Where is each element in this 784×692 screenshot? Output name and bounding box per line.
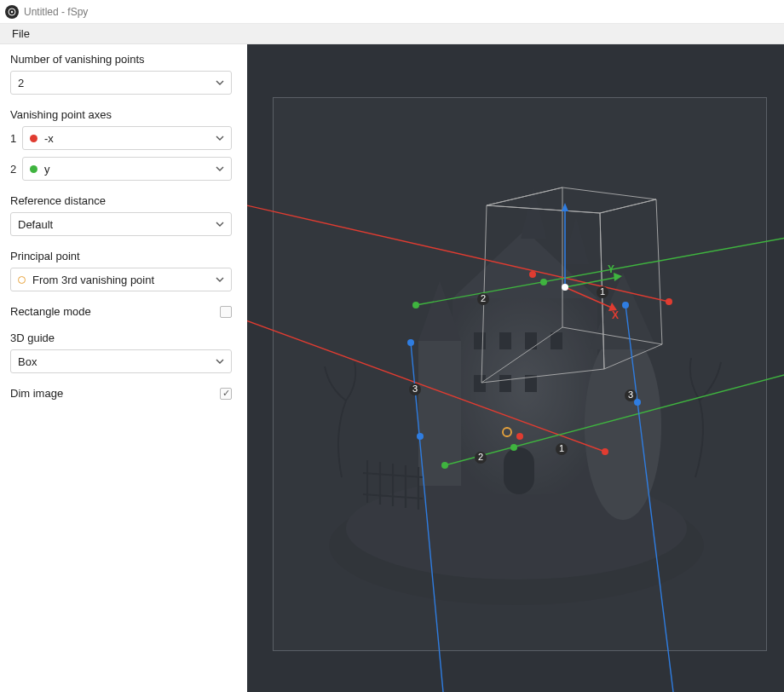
rect-mode-label: Rectangle mode: [10, 305, 91, 318]
title-bar: Untitled - fSpy: [0, 0, 784, 24]
guide3d-value: Box: [18, 355, 216, 368]
dim-overlay: [274, 98, 766, 650]
svg-point-1: [11, 10, 13, 12]
num-vp-label: Number of vanishing points: [10, 53, 237, 66]
num-vp-select[interactable]: 2: [10, 71, 232, 95]
axis-2-index: 2: [10, 163, 22, 176]
app-icon: [5, 5, 19, 19]
dot-green-icon: [30, 165, 37, 173]
axis-1-select[interactable]: -x: [22, 126, 232, 150]
ref-dist-select[interactable]: Default: [10, 212, 232, 236]
dim-image-label: Dim image: [10, 387, 63, 400]
num-vp-value: 2: [18, 77, 216, 89]
axis-2-select[interactable]: y: [22, 157, 232, 181]
viewport[interactable]: Y X: [247, 44, 784, 692]
chevron-down-icon: [216, 274, 224, 286]
menu-file[interactable]: File: [5, 26, 37, 42]
rect-mode-checkbox[interactable]: [220, 306, 232, 318]
principal-value: From 3rd vanishing point: [32, 274, 216, 286]
chevron-down-icon: [216, 163, 224, 176]
chevron-down-icon: [216, 218, 224, 231]
principal-select[interactable]: From 3rd vanishing point: [10, 268, 232, 291]
ref-dist-label: Reference distance: [10, 194, 237, 207]
guide3d-select[interactable]: Box: [10, 349, 232, 373]
menu-bar: File: [0, 24, 784, 44]
principal-label: Principal point: [10, 250, 237, 262]
guide3d-label: 3D guide: [10, 332, 237, 344]
dim-image-checkbox[interactable]: [220, 388, 232, 400]
chevron-down-icon: [216, 77, 224, 89]
axis-2-value: y: [44, 163, 216, 176]
ring-orange-icon: [18, 276, 26, 284]
axis-1-value: -x: [44, 132, 216, 145]
chevron-down-icon: [216, 132, 224, 145]
window-title: Untitled - fSpy: [24, 6, 88, 18]
sidebar: Number of vanishing points 2 Vanishing p…: [0, 44, 247, 692]
vp-axes-label: Vanishing point axes: [10, 108, 237, 121]
ref-dist-value: Default: [18, 218, 216, 231]
axis-1-index: 1: [10, 132, 22, 145]
image-canvas[interactable]: [273, 97, 767, 651]
chevron-down-icon: [216, 355, 224, 368]
dot-red-icon: [30, 135, 37, 142]
